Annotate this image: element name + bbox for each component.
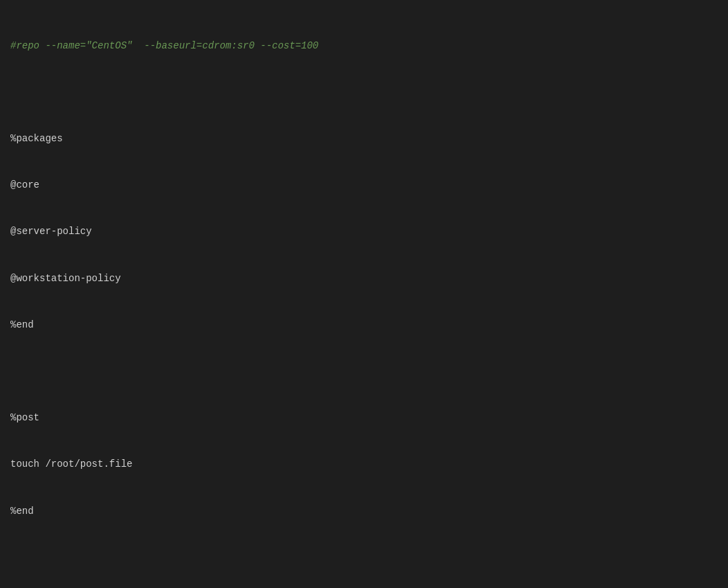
line-server-policy: @server-policy bbox=[10, 224, 718, 239]
line-end-1: %end bbox=[10, 317, 718, 332]
line-post: %post bbox=[10, 410, 718, 425]
terminal-output: #repo --name="CentOS" --baseurl=cdrom:sr… bbox=[0, 0, 728, 588]
line-empty-1 bbox=[10, 84, 718, 100]
line-touch: touch /root/post.file bbox=[10, 456, 718, 472]
line-core: @core bbox=[10, 177, 718, 193]
line-repo-comment: #repo --name="CentOS" --baseurl=cdrom:sr… bbox=[10, 38, 718, 53]
line-packages: %packages bbox=[10, 131, 718, 146]
line-end-2: %end bbox=[10, 504, 718, 519]
line-empty-2 bbox=[10, 364, 718, 379]
line-workstation-policy: @workstation-policy bbox=[10, 271, 718, 286]
line-empty-3 bbox=[10, 550, 718, 565]
